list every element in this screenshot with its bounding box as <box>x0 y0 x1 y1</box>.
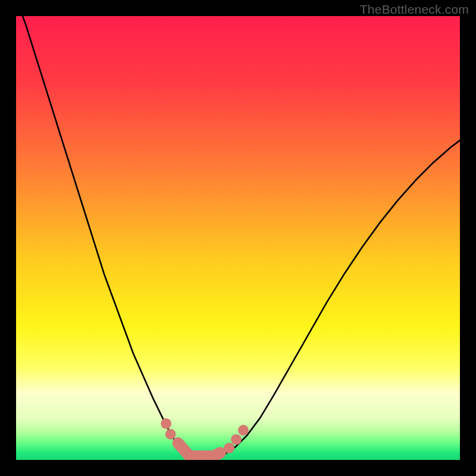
curve-layer <box>16 16 460 460</box>
data-marker <box>224 443 234 453</box>
bottleneck-curve <box>16 16 460 459</box>
data-marker <box>165 429 176 440</box>
data-marker <box>238 425 249 436</box>
data-marker-pill <box>214 453 220 456</box>
data-marker <box>231 434 242 445</box>
watermark-text: TheBottleneck.com <box>360 2 469 17</box>
outer-frame: TheBottleneck.com <box>0 0 476 476</box>
plot-area <box>16 16 460 460</box>
data-marker <box>161 418 171 429</box>
